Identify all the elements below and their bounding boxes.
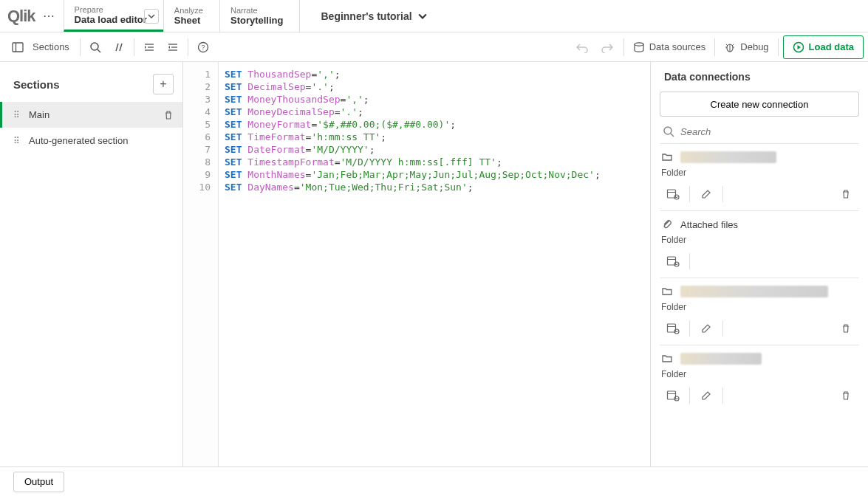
connection-name: Attached files [680, 219, 738, 230]
connection-item: Folder [660, 278, 859, 345]
main: Sections + ⠿ Main ⠿ Auto-generated secti… [0, 62, 868, 466]
select-data-button[interactable] [661, 251, 685, 272]
edit-connection-button[interactable] [694, 184, 718, 204]
connections-search-input[interactable] [680, 126, 856, 137]
connection-name-redacted [680, 151, 776, 163]
svg-line-23 [671, 134, 674, 137]
search-icon [89, 41, 101, 53]
load-data-button[interactable]: Load data [783, 35, 864, 59]
delete-connection-button[interactable] [834, 385, 858, 406]
drag-handle-icon[interactable]: ⠿ [13, 136, 20, 146]
topbar: Qlik ⋯ Prepare Data load editor Analyze … [0, 0, 868, 32]
code-area[interactable]: SET ThousandSep=','; SET DecimalSep='.';… [219, 62, 650, 466]
section-name: Auto-generated section [29, 135, 174, 146]
select-data-button[interactable] [661, 318, 685, 339]
connections-panel: Data connections Create new connection F… [651, 62, 868, 466]
svg-line-3 [98, 49, 100, 52]
section-name: Main [29, 109, 154, 120]
connection-item: Attached files Folder [660, 210, 859, 278]
output-button[interactable]: Output [13, 472, 64, 492]
svg-line-20 [732, 44, 734, 46]
svg-text:?: ? [201, 44, 205, 51]
connection-item: Folder [660, 345, 859, 412]
search-icon [663, 125, 674, 137]
chevron-down-icon[interactable] [144, 9, 159, 24]
svg-line-5 [120, 44, 122, 51]
comment-slash-icon [113, 41, 125, 53]
sidebar: Sections + ⠿ Main ⠿ Auto-generated secti… [0, 62, 183, 466]
connection-type: Folder [661, 232, 858, 249]
drag-handle-icon[interactable]: ⠿ [13, 110, 20, 120]
data-sources-label: Data sources [649, 41, 706, 52]
app-title-text: Beginner's tutorial [321, 10, 411, 22]
create-connection-button[interactable]: Create new connection [660, 92, 859, 117]
separator [80, 38, 81, 56]
edit-connection-button[interactable] [694, 385, 718, 406]
connection-name-redacted [680, 353, 762, 365]
indent-icon [143, 41, 155, 53]
connection-item: Folder [660, 143, 859, 210]
sections-toggle-button[interactable]: Sections [4, 36, 77, 58]
indent-button[interactable] [137, 36, 161, 58]
select-data-button[interactable] [661, 184, 685, 204]
attach-icon [661, 218, 673, 230]
redo-icon [601, 41, 614, 53]
debug-label: Debug [740, 41, 768, 52]
connections-search[interactable] [660, 117, 859, 143]
connection-type: Folder [661, 299, 858, 317]
edit-connection-button[interactable] [694, 318, 718, 339]
toolbar: Sections ? Data sources Debug [0, 32, 868, 62]
outdent-icon [167, 41, 179, 53]
nav-prepare-small: Prepare [75, 5, 147, 14]
svg-rect-0 [13, 43, 23, 52]
connections-title: Data connections [660, 71, 859, 83]
section-item[interactable]: ⠿ Main [0, 102, 182, 128]
section-item[interactable]: ⠿ Auto-generated section [0, 128, 182, 154]
data-sources-button[interactable]: Data sources [629, 36, 711, 58]
app-title[interactable]: Beginner's tutorial [299, 0, 868, 32]
search-button[interactable] [83, 36, 107, 58]
code-editor[interactable]: 12345678910 SET ThousandSep=','; SET Dec… [183, 62, 651, 466]
svg-point-22 [664, 127, 671, 134]
svg-point-14 [635, 42, 643, 45]
connection-type: Folder [661, 165, 858, 182]
comment-button[interactable] [107, 36, 131, 58]
add-section-button[interactable]: + [153, 74, 174, 94]
folder-icon [661, 286, 673, 297]
svg-line-19 [726, 44, 728, 46]
sidebar-header: Sections + [0, 68, 182, 102]
qlik-logo: Qlik [7, 7, 35, 26]
bug-icon [724, 41, 736, 53]
separator [778, 38, 779, 56]
sidebar-title: Sections [13, 78, 60, 91]
nav-narrate[interactable]: Narrate Storytelling [219, 0, 300, 32]
connection-type: Folder [661, 366, 858, 384]
nav-analyze[interactable]: Analyze Sheet [163, 0, 219, 32]
undo-button[interactable] [570, 36, 594, 58]
delete-connection-button[interactable] [834, 184, 858, 204]
sections-toggle-label: Sections [33, 41, 69, 52]
redo-button[interactable] [595, 36, 619, 58]
play-circle-icon [793, 41, 804, 53]
separator [623, 38, 624, 56]
separator [134, 38, 134, 56]
nav-analyze-small: Analyze [174, 6, 203, 15]
nav-analyze-big: Sheet [174, 15, 203, 26]
undo-icon [575, 41, 589, 53]
trash-icon[interactable] [163, 110, 174, 120]
panel-left-icon [12, 41, 24, 53]
outdent-button[interactable] [161, 36, 185, 58]
svg-line-4 [116, 44, 118, 51]
logo-area: Qlik ⋯ [0, 0, 64, 32]
connection-name-redacted [680, 286, 828, 297]
more-menu-icon[interactable]: ⋯ [43, 9, 55, 23]
debug-button[interactable]: Debug [720, 36, 773, 58]
help-button[interactable]: ? [191, 36, 215, 58]
nav-narrate-big: Storytelling [230, 15, 284, 26]
select-data-button[interactable] [661, 385, 685, 406]
chevron-down-icon [418, 12, 427, 21]
nav-prepare[interactable]: Prepare Data load editor [64, 0, 163, 32]
footer: Output [0, 466, 868, 496]
separator [188, 38, 188, 56]
delete-connection-button[interactable] [834, 318, 858, 339]
